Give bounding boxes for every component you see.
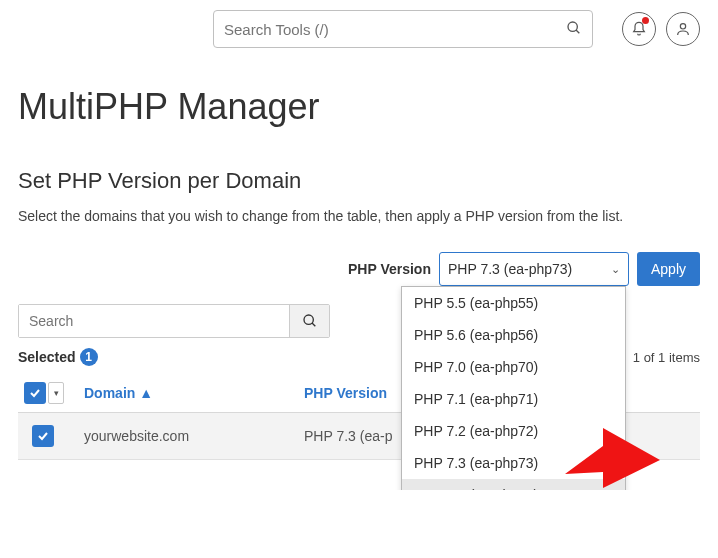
dropdown-option[interactable]: PHP 7.3 (ea-php73) bbox=[402, 447, 625, 479]
global-search-input[interactable] bbox=[224, 21, 566, 38]
dropdown-option[interactable]: PHP 7.0 (ea-php70) bbox=[402, 351, 625, 383]
cell-domain: yourwebsite.com bbox=[84, 428, 304, 444]
page-description: Select the domains that you wish to chan… bbox=[18, 208, 700, 224]
apply-button[interactable]: Apply bbox=[637, 252, 700, 286]
svg-point-4 bbox=[304, 315, 313, 324]
svg-line-5 bbox=[312, 323, 315, 326]
column-header-domain[interactable]: Domain ▲ bbox=[84, 385, 304, 401]
dropdown-option[interactable]: PHP 7.4 (ea-php74) bbox=[402, 479, 625, 490]
items-count: 1 of 1 items bbox=[633, 350, 700, 365]
svg-line-1 bbox=[576, 30, 579, 33]
dropdown-option[interactable]: PHP 5.5 (ea-php55) bbox=[402, 287, 625, 319]
account-button[interactable] bbox=[666, 12, 700, 46]
select-all-checkbox[interactable] bbox=[24, 382, 46, 404]
chevron-down-icon: ⌄ bbox=[611, 263, 620, 276]
dropdown-option[interactable]: PHP 7.1 (ea-php71) bbox=[402, 383, 625, 415]
filter-input-wrap bbox=[18, 304, 330, 338]
top-bar bbox=[0, 0, 718, 58]
dropdown-option[interactable]: PHP 7.2 (ea-php72) bbox=[402, 415, 625, 447]
php-version-select[interactable]: PHP 7.3 (ea-php73) ⌄ bbox=[439, 252, 629, 286]
svg-point-0 bbox=[568, 22, 577, 31]
row-checkbox[interactable] bbox=[32, 425, 54, 447]
notification-dot bbox=[642, 17, 649, 24]
notifications-button[interactable] bbox=[622, 12, 656, 46]
selected-label: Selected bbox=[18, 349, 76, 365]
global-search[interactable] bbox=[213, 10, 593, 48]
php-version-label: PHP Version bbox=[348, 261, 431, 277]
page-subtitle: Set PHP Version per Domain bbox=[18, 168, 700, 194]
php-version-dropdown: PHP 5.5 (ea-php55)PHP 5.6 (ea-php56)PHP … bbox=[401, 286, 626, 490]
select-all-dropdown[interactable]: ▾ bbox=[48, 382, 64, 404]
filter-search-button[interactable] bbox=[289, 305, 329, 337]
filter-input[interactable] bbox=[19, 305, 289, 337]
svg-point-2 bbox=[680, 24, 685, 29]
page-title: MultiPHP Manager bbox=[18, 86, 700, 128]
php-version-row: PHP Version PHP 7.3 (ea-php73) ⌄ Apply P… bbox=[18, 252, 700, 286]
dropdown-option[interactable]: PHP 5.6 (ea-php56) bbox=[402, 319, 625, 351]
php-version-selected-text: PHP 7.3 (ea-php73) bbox=[448, 261, 572, 277]
cell-phpversion: PHP 7.3 (ea-p bbox=[304, 428, 392, 444]
selected-count-badge: 1 bbox=[80, 348, 98, 366]
search-icon bbox=[566, 20, 582, 39]
